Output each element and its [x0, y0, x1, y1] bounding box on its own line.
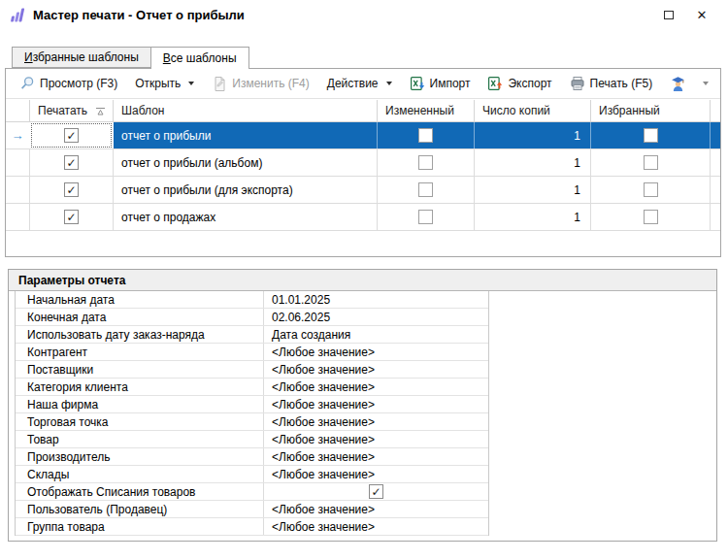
maximize-icon [664, 11, 674, 19]
template-name-cell[interactable]: отчет о прибыли (для экспорта) [114, 177, 378, 203]
modified-checkbox[interactable] [418, 210, 433, 224]
print-checkbox[interactable]: ✓ [64, 128, 79, 143]
parameter-value[interactable]: Дата создания [264, 326, 488, 343]
print-checkbox[interactable]: ✓ [64, 210, 79, 224]
chevron-down-icon [703, 82, 709, 85]
copies-cell[interactable]: 1 [475, 177, 591, 203]
parameter-value[interactable]: <Любое значение> [264, 431, 488, 447]
parameter-row[interactable]: Отображать Списания товаров ✓ [16, 483, 488, 501]
template-name: отчет о продажах [121, 211, 215, 224]
table-row[interactable]: ✓ отчет о прибыли (для экспорта) 1 [6, 177, 720, 204]
parameter-row[interactable]: Торговая точка <Любое значение> [16, 413, 488, 431]
table-row[interactable]: ✓ отчет о продажах 1 [6, 204, 720, 231]
print-checkbox[interactable]: ✓ [64, 155, 79, 170]
filler-cell [711, 149, 720, 176]
filler-cell [711, 204, 720, 230]
parameter-row[interactable]: Начальная дата 01.01.2025 [16, 291, 488, 309]
parameter-label: Конечная дата [16, 309, 264, 325]
parameter-value[interactable]: <Любое значение> [264, 396, 488, 412]
templates-panel: Просмотр (F3) Открыть Изменить (F4) Дейс… [5, 68, 721, 257]
column-header-copies[interactable]: Число копий [475, 100, 591, 121]
template-tabs: Избранные шаблоны Все шаблоны [12, 47, 249, 69]
copies-cell[interactable]: 1 [475, 122, 591, 148]
parameter-row[interactable]: Категория клиента <Любое значение> [16, 379, 488, 396]
parameters-rows: Начальная дата 01.01.2025 Конечная дата … [15, 291, 489, 536]
parameter-row[interactable]: Наша фирма <Любое значение> [16, 396, 488, 413]
parameter-row[interactable]: Поставщики <Любое значение> [16, 361, 488, 379]
tab-all-templates[interactable]: Все шаблоны [150, 47, 249, 69]
print-cell: ✓ [30, 122, 114, 148]
favorite-checkbox[interactable] [644, 155, 658, 170]
action-button[interactable]: Действие [318, 74, 401, 93]
modified-cell [378, 122, 475, 148]
column-header-favorite[interactable]: Избранный [591, 100, 711, 121]
parameter-value[interactable]: <Любое значение> [264, 413, 488, 430]
modified-checkbox[interactable] [418, 155, 433, 170]
export-button[interactable]: Экспорт [479, 73, 560, 94]
templates-grid-header: Печатать Шаблон Измененный Число копий И… [6, 100, 720, 122]
parameter-value[interactable]: 01.01.2025 [264, 291, 488, 308]
parameter-value[interactable]: <Любое значение> [264, 501, 488, 517]
title-bar: Мастер печати - Отчет о прибыли ✕ [0, 0, 728, 29]
parameter-label: Группа товара [16, 518, 264, 535]
favorite-checkbox[interactable] [644, 210, 658, 224]
template-name-cell[interactable]: отчет о прибыли (альбом) [114, 149, 378, 176]
column-header-filler [711, 100, 720, 121]
print-cell: ✓ [30, 149, 114, 176]
favorite-checkbox[interactable] [644, 182, 658, 197]
row-indicator-header [6, 100, 30, 121]
parameter-label: Торговая точка [16, 413, 264, 430]
modified-checkbox[interactable] [418, 128, 433, 143]
parameter-value[interactable]: <Любое значение> [264, 361, 488, 378]
parameter-value[interactable]: <Любое значение> [264, 518, 488, 535]
parameter-row[interactable]: Пользователь (Продавец) <Любое значение> [16, 501, 488, 518]
parameter-row[interactable]: Контрагент <Любое значение> [16, 344, 488, 361]
row-indicator-cell [6, 204, 30, 230]
parameter-row[interactable]: Использовать дату заказ-наряда Дата созд… [16, 326, 488, 344]
edit-page-icon [212, 76, 227, 91]
excel-import-icon [410, 76, 425, 91]
import-button[interactable]: Импорт [401, 73, 480, 94]
preview-button[interactable]: Просмотр (F3) [11, 73, 126, 94]
print-checkbox[interactable]: ✓ [64, 182, 79, 197]
parameter-row[interactable]: Товар <Любое значение> [16, 431, 488, 448]
parameter-row[interactable]: Склады <Любое значение> [16, 466, 488, 483]
parameter-value[interactable]: <Любое значение> [264, 344, 488, 360]
parameter-value[interactable]: <Любое значение> [264, 379, 488, 395]
parameter-value[interactable]: <Любое значение> [264, 448, 488, 465]
column-header-template[interactable]: Шаблон [114, 100, 378, 121]
modified-cell [378, 149, 475, 176]
tab-favorite-templates[interactable]: Избранные шаблоны [12, 47, 150, 68]
parameter-value[interactable]: 02.06.2025 [264, 309, 488, 325]
parameter-row[interactable]: Производитель <Любое значение> [16, 448, 488, 466]
table-row[interactable]: ✓ отчет о прибыли (альбом) 1 [6, 149, 720, 177]
favorite-checkbox[interactable] [644, 128, 658, 143]
parameter-row[interactable]: Группа товара <Любое значение> [16, 518, 488, 536]
open-button[interactable]: Открыть [126, 74, 203, 93]
sort-indicator-icon [95, 106, 106, 116]
parameter-label: Использовать дату заказ-наряда [16, 326, 264, 343]
parameter-label: Отображать Списания товаров [16, 483, 264, 500]
modified-checkbox[interactable] [418, 182, 433, 197]
column-header-print[interactable]: Печатать [30, 100, 114, 121]
printer-icon [570, 76, 585, 91]
parameter-value[interactable]: ✓ [264, 483, 488, 500]
copies-cell[interactable]: 1 [475, 204, 591, 230]
toolbar-overflow-button[interactable] [695, 78, 716, 89]
report-parameters-panel: Параметры отчета Начальная дата 01.01.20… [8, 269, 717, 542]
tutorial-button[interactable] [661, 73, 695, 95]
parameter-checkbox[interactable]: ✓ [369, 484, 383, 499]
template-name: отчет о прибыли (для экспорта) [121, 183, 293, 197]
template-name-cell[interactable]: отчет о продажах [114, 204, 378, 230]
parameter-value[interactable]: <Любое значение> [264, 466, 488, 482]
template-name-cell[interactable]: отчет о прибыли [114, 122, 378, 148]
print-button[interactable]: Печать (F5) [561, 73, 662, 94]
table-row[interactable]: → ✓ отчет о прибыли 1 [6, 122, 720, 149]
parameter-row[interactable]: Конечная дата 02.06.2025 [16, 309, 488, 326]
column-header-modified[interactable]: Измененный [378, 100, 475, 121]
maximize-button[interactable] [652, 2, 685, 27]
favorite-cell [591, 177, 711, 203]
copies-cell[interactable]: 1 [475, 149, 591, 176]
edit-button: Изменить (F4) [203, 73, 317, 94]
close-button[interactable]: ✕ [685, 2, 718, 27]
